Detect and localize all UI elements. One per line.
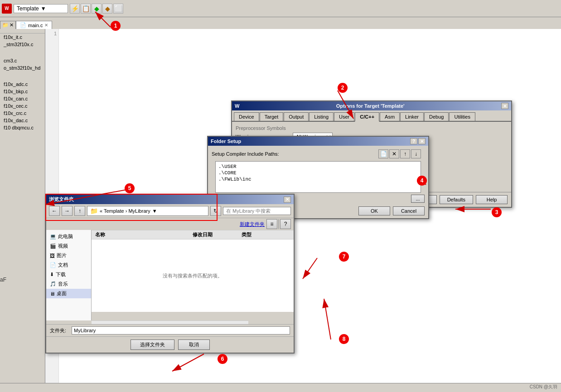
fb-nav-toolbar: ← → ↑ 📁 « Template › MyLibrary ▼ ↻ — [46, 204, 294, 218]
main-c-tab[interactable]: 📄 main.c ✕ — [16, 21, 52, 29]
folder-setup-titlebar: Folder Setup ? ✕ — [208, 137, 428, 146]
toolbar-btn-2[interactable]: 📋 — [81, 4, 91, 14]
fb-nav-documents[interactable]: 📄文档 — [46, 260, 91, 270]
folder-delete-btn[interactable]: ✕ — [389, 149, 399, 158]
sidebar-item-3[interactable]: o_stm32f10x_hd — [0, 64, 45, 72]
line-1: 1 — [45, 31, 58, 38]
toolbar-icons: ⚡ 📋 ◆ ◆ ⬜ — [70, 4, 123, 14]
sidebar-item-8[interactable]: f10x_crc.c — [0, 110, 45, 117]
path-item-0[interactable]: .\USER — [218, 163, 419, 170]
folder-help-button[interactable]: ? — [410, 138, 417, 144]
tab-linker[interactable]: Linker — [400, 112, 424, 121]
folder-cancel-button[interactable]: Cancel — [393, 206, 425, 215]
tab-target[interactable]: Target — [260, 112, 284, 121]
project-tab-close[interactable]: ✕ — [10, 22, 14, 28]
folder-close-button[interactable]: ✕ — [418, 138, 426, 144]
fb-filename-label: 文件夹: — [50, 327, 68, 334]
fb-file-area: 名称 修改日期 类型 没有与搜索条件匹配的项。 — [92, 230, 294, 320]
options-tabs: Device Target Output Listing User C/C++ … — [232, 110, 511, 122]
options-defaults-button[interactable]: Defaults — [440, 195, 473, 204]
fb-refresh-btn[interactable]: ↻ — [210, 206, 221, 216]
fb-search-input[interactable] — [223, 207, 291, 215]
path-item-1[interactable]: .\CORE — [218, 170, 419, 176]
toolbar-btn-1[interactable]: ⚡ — [70, 4, 80, 14]
col-date: 修改日期 — [193, 231, 242, 238]
fb-select-folder-btn[interactable]: 选择文件夹 — [131, 339, 174, 350]
fb-up-btn[interactable]: ↑ — [74, 206, 85, 216]
col-type: 类型 — [242, 231, 290, 238]
options-title-text: Options for Target 'Template' — [336, 103, 405, 109]
sidebar-item-7[interactable]: f10x_cec.c — [0, 102, 45, 110]
sidebar-item-4[interactable]: f10x_adc.c — [0, 81, 45, 88]
csdn-watermark: CSDN @久羽 — [530, 384, 557, 390]
fb-nav-desktop[interactable]: 🖥桌面 — [46, 289, 91, 298]
tab-utilities[interactable]: Utilities — [449, 112, 475, 121]
tab-asm[interactable]: Asm — [380, 112, 400, 121]
tab-listing[interactable]: Listing — [309, 112, 334, 121]
status-bar: CSDN @久羽 — [0, 383, 561, 392]
left-sidebar: f10x_it.c _stm32f10x.c cm3.c o_stm32f10x… — [0, 29, 45, 392]
folder-paths-list: .\USER .\CORE .\FWLib\inc — [215, 161, 421, 193]
preprocessor-label: Preprocessor Symbols — [236, 125, 508, 131]
fb-close-button[interactable]: ✕ — [284, 196, 291, 203]
folder-new-btn[interactable]: 📄 — [378, 149, 388, 158]
toolbar-btn-3[interactable]: ◆ — [92, 4, 102, 14]
tab-output[interactable]: Output — [284, 112, 309, 121]
fb-nav-video[interactable]: 🎬视频 — [46, 241, 91, 251]
fb-forward-btn[interactable]: → — [62, 206, 73, 216]
path-item-2[interactable]: .\FWLib\inc — [218, 176, 419, 182]
fb-toolbar2: 新建文件夹 ≡ ? — [46, 218, 294, 230]
project-icon: 📁 — [2, 22, 9, 28]
tab-debug[interactable]: Debug — [424, 112, 449, 121]
fb-folder-icon: 📁 — [90, 207, 98, 215]
sidebar-item-2[interactable]: cm3.c — [0, 57, 45, 64]
folder-section-label: Setup Compiler Include Paths: — [212, 151, 279, 157]
fb-path-text: « Template › MyLibrary — [100, 208, 150, 214]
col-name: 名称 — [95, 231, 193, 238]
folder-browse-btn[interactable]: ... — [411, 195, 425, 203]
sidebar-item-5[interactable]: f10x_bkp.c — [0, 88, 45, 95]
sidebar-item-0[interactable]: f10x_it.c — [0, 33, 45, 41]
project-selector[interactable]: Template ▼ — [14, 4, 68, 13]
sidebar-item-10[interactable]: f10 dbqmcu.c — [0, 124, 45, 131]
fb-filename-row: 文件夹: — [46, 324, 294, 336]
fb-scrollbar[interactable] — [92, 320, 248, 324]
fb-left-nav: 💻此电脑 🎬视频 🖼图片 📄文档 ⬇下载 🎵音乐 🖥桌面 — [46, 230, 92, 320]
fb-footer: 选择文件夹 取消 — [46, 336, 294, 353]
folder-ok-button[interactable]: OK — [358, 206, 390, 215]
fb-filename-input[interactable] — [72, 326, 290, 335]
tab-cpp[interactable]: C/C++ — [355, 112, 379, 122]
fb-nav-computer[interactable]: 💻此电脑 — [46, 232, 91, 241]
fb-help-btn[interactable]: ? — [280, 219, 291, 229]
tab-close-icon[interactable]: ✕ — [44, 23, 48, 28]
options-close-button[interactable]: ✕ — [501, 103, 508, 109]
fb-path-dropdown[interactable]: ▼ — [152, 208, 157, 214]
file-browser-dialog: 浏览文件夹 ✕ ← → ↑ 📁 « Template › MyLibrary ▼… — [45, 194, 295, 354]
fb-titlebar: 浏览文件夹 ✕ — [46, 195, 294, 204]
options-help-button[interactable]: Help — [476, 195, 508, 204]
toolbar-btn-4[interactable]: ◆ — [102, 4, 112, 14]
folder-down-btn[interactable]: ↓ — [411, 149, 421, 158]
tab-user[interactable]: User — [334, 112, 354, 121]
fb-divider — [278, 219, 279, 229]
fb-content: 没有与搜索条件匹配的项。 — [92, 239, 294, 312]
fb-nav-music[interactable]: 🎵音乐 — [46, 279, 91, 289]
fb-nav-pictures[interactable]: 🖼图片 — [46, 251, 91, 260]
folder-up-btn[interactable]: ↑ — [400, 149, 410, 158]
ide-logo: W — [2, 4, 12, 14]
fb-new-folder-btn[interactable]: 新建文件夹 — [240, 221, 265, 228]
sidebar-item-9[interactable]: f10x_dac.c — [0, 117, 45, 124]
fb-back-btn[interactable]: ← — [49, 206, 60, 216]
top-toolbar: W Template ▼ ⚡ 📋 ◆ ◆ ⬜ — [0, 0, 561, 17]
toolbar-btn-5[interactable]: ⬜ — [113, 4, 123, 14]
sidebar-item-6[interactable]: f10x_can.c — [0, 95, 45, 102]
options-title-icon: W — [235, 103, 239, 109]
sidebar-item-1[interactable]: _stm32f10x.c — [0, 41, 45, 48]
fb-view-btn[interactable]: ≡ — [266, 219, 277, 229]
tab-device[interactable]: Device — [234, 112, 259, 121]
folder-setup-title: Folder Setup — [211, 139, 241, 144]
fb-cancel-btn[interactable]: 取消 — [178, 339, 210, 350]
fb-main-area: 💻此电脑 🎬视频 🖼图片 📄文档 ⬇下载 🎵音乐 🖥桌面 — [46, 230, 294, 320]
options-dialog-titlebar: W Options for Target 'Template' ✕ — [232, 101, 511, 110]
fb-nav-downloads[interactable]: ⬇下载 — [46, 270, 91, 279]
